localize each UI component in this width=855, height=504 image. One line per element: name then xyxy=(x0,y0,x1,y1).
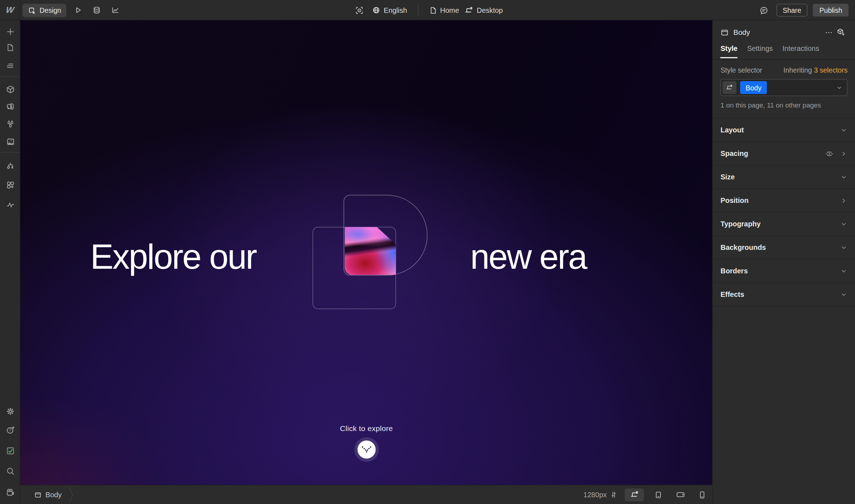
selector-breakpoint-button[interactable] xyxy=(722,81,736,94)
add-elements-button[interactable] xyxy=(3,25,17,38)
cta-label[interactable]: Click to explore xyxy=(20,424,712,432)
selector-tag-body[interactable]: Body xyxy=(740,81,767,94)
toolbar-divider xyxy=(0,152,20,153)
locale-switcher[interactable]: English xyxy=(372,6,407,15)
body-window-icon xyxy=(720,28,729,37)
cta-button-ring xyxy=(354,437,379,462)
explore-cta-button[interactable] xyxy=(357,441,375,459)
apps-button[interactable] xyxy=(3,178,17,192)
chevron-down-icon xyxy=(840,244,848,251)
design-cursor-icon xyxy=(28,6,36,14)
section-position[interactable]: Position xyxy=(713,189,855,212)
selector-usage-note: 1 on this page, 11 on other pages xyxy=(720,101,847,109)
chevron-down-icon[interactable] xyxy=(836,84,843,91)
share-button[interactable]: Share xyxy=(776,4,808,17)
toolbar-divider xyxy=(0,77,20,77)
logic-button[interactable] xyxy=(3,159,17,173)
find-button[interactable] xyxy=(3,464,17,478)
create-component-button[interactable] xyxy=(835,25,848,40)
breakpoint-tablet-button[interactable] xyxy=(651,488,666,501)
section-size[interactable]: Size xyxy=(713,165,855,189)
style-selector-input[interactable]: Body xyxy=(720,79,847,96)
tab-style[interactable]: Style xyxy=(720,44,737,58)
chevron-down-icon xyxy=(840,291,848,298)
checklist-check-icon xyxy=(6,446,15,456)
help-icon: ? xyxy=(6,426,15,435)
breakpoint-phone-landscape-button[interactable] xyxy=(673,488,688,501)
navigator-button[interactable] xyxy=(3,59,17,73)
analytics-button[interactable] xyxy=(108,3,123,17)
webflow-designer: W Design xyxy=(0,0,855,504)
help-button[interactable]: ? xyxy=(3,423,17,437)
cms-button[interactable] xyxy=(89,3,104,17)
breakpoint-desktop-button[interactable] xyxy=(625,488,644,501)
variables-button[interactable] xyxy=(3,117,17,131)
webflow-menu-button[interactable]: W xyxy=(0,0,20,20)
hero-headline-left[interactable]: Explore our xyxy=(90,237,256,277)
viewport-sliders-icon[interactable] xyxy=(610,491,618,499)
section-layout[interactable]: Layout xyxy=(713,118,855,142)
breakpoint-desktop-icon xyxy=(630,490,639,499)
add-plus-icon xyxy=(6,27,15,36)
dotted-chevron-down-icon xyxy=(361,446,372,453)
style-sections: Layout Spacing Size Positi xyxy=(713,118,855,307)
search-icon xyxy=(6,466,15,476)
comments-button[interactable] xyxy=(756,3,771,17)
inheriting-label: Inheriting xyxy=(783,66,812,74)
styles-button[interactable] xyxy=(3,99,17,113)
breakpoint-phone-portrait-icon xyxy=(698,490,706,499)
chevron-down-icon xyxy=(840,267,848,275)
variables-drops-icon xyxy=(6,119,15,128)
breakpoint-tablet-icon xyxy=(654,490,663,499)
more-options-button[interactable] xyxy=(823,25,835,40)
pages-button[interactable] xyxy=(3,41,17,54)
spacing-icon xyxy=(825,149,834,158)
breakpoint-switcher[interactable]: Desktop xyxy=(465,6,503,15)
breakpoint-phone-portrait-button[interactable] xyxy=(695,488,710,501)
body-window-icon xyxy=(34,491,42,498)
globe-icon xyxy=(372,6,380,15)
checklist-button[interactable] xyxy=(3,444,17,458)
page-switcher[interactable]: Home xyxy=(429,6,459,14)
preview-button[interactable] xyxy=(71,3,86,17)
breakpoint-desktop-icon xyxy=(465,6,474,15)
top-toolbar: W Design xyxy=(0,0,855,20)
settings-button[interactable] xyxy=(3,404,17,418)
assets-image-icon xyxy=(6,137,15,146)
toolbar-divider xyxy=(418,5,419,16)
hero-headline-right[interactable]: new era xyxy=(470,237,586,277)
tab-interactions[interactable]: Interactions xyxy=(782,44,819,58)
page-label: Home xyxy=(440,6,459,14)
section-spacing[interactable]: Spacing xyxy=(713,142,855,165)
apps-icon xyxy=(6,180,15,190)
settings-gear-icon xyxy=(6,406,15,416)
breadcrumb-body[interactable]: Body xyxy=(20,485,74,504)
publish-button[interactable]: Publish xyxy=(813,4,849,17)
design-canvas[interactable]: Explore our new era Click to explore xyxy=(20,20,712,485)
publish-label: Publish xyxy=(819,6,842,14)
design-mode-button[interactable]: Design xyxy=(22,4,67,17)
assets-button[interactable] xyxy=(3,135,17,148)
breadcrumb-label: Body xyxy=(46,491,62,499)
video-tutorials-button[interactable] xyxy=(3,485,17,499)
audit-button[interactable] xyxy=(3,198,17,211)
inheriting-info[interactable]: Inheriting 3 selectors xyxy=(783,66,848,74)
breadcrumb-separator xyxy=(68,485,74,504)
zoom-focus-icon xyxy=(355,6,364,15)
components-button[interactable] xyxy=(3,82,17,96)
preview-play-icon xyxy=(74,6,82,15)
left-toolbar: ? xyxy=(0,20,20,504)
viewport-width-value[interactable]: 1280px xyxy=(584,491,607,499)
section-typography[interactable]: Typography xyxy=(713,212,855,236)
chevron-right-icon xyxy=(840,150,848,157)
tab-settings[interactable]: Settings xyxy=(747,44,773,58)
chevron-down-icon xyxy=(840,220,848,228)
selected-element-header: Body xyxy=(713,20,855,44)
section-backgrounds[interactable]: Backgrounds xyxy=(713,236,855,259)
video-tutorials-icon xyxy=(6,488,15,497)
chevron-right-icon xyxy=(840,197,848,204)
section-borders[interactable]: Borders xyxy=(713,259,855,283)
inheriting-count[interactable]: 3 selectors xyxy=(814,66,848,74)
zoom-focus-button[interactable] xyxy=(352,3,367,17)
section-effects[interactable]: Effects xyxy=(713,283,855,307)
